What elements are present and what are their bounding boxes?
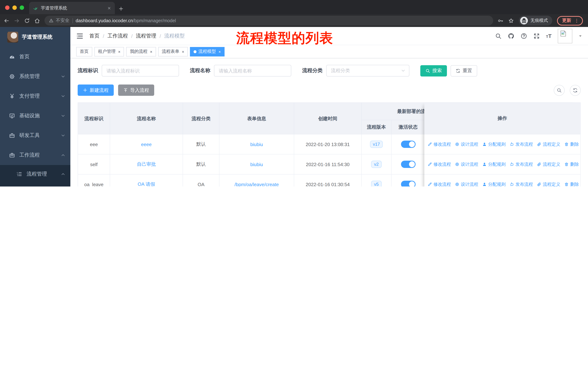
caret-down-icon[interactable] [578, 34, 582, 38]
refresh-table-button[interactable] [570, 85, 581, 96]
key-icon[interactable] [498, 18, 504, 23]
action-发布流程[interactable]: 发布流程 [510, 181, 533, 186]
minimize-window-button[interactable] [12, 5, 17, 10]
action-分配规则[interactable]: 分配规则 [482, 181, 506, 186]
reset-button[interactable]: 重置 [451, 65, 477, 76]
sidebar-item-流程管理[interactable]: 流程管理 [0, 165, 70, 183]
show-search-button[interactable] [554, 85, 565, 96]
version-badge[interactable]: v5 [371, 181, 381, 186]
thumb-icon [510, 142, 514, 146]
action-分配规则[interactable]: 分配规则 [482, 141, 506, 147]
active-toggle[interactable] [401, 161, 415, 168]
cell-process-name-link[interactable]: 自己审批 [137, 161, 156, 168]
action-流程定义[interactable]: 流程定义 [537, 181, 560, 186]
update-button[interactable]: 更新 [557, 16, 583, 25]
window-controls[interactable] [0, 5, 29, 14]
cell-form-info-link[interactable]: biubiu [250, 141, 263, 147]
breadcrumb-workflow[interactable]: 工作流程 [107, 33, 128, 39]
fullscreen-icon[interactable] [533, 33, 540, 39]
cell-form-info[interactable]: biubiu [220, 134, 294, 154]
action-流程定义[interactable]: 流程定义 [537, 161, 560, 167]
action-分配规则[interactable]: 分配规则 [482, 161, 506, 167]
bookmark-star-icon[interactable] [508, 18, 514, 23]
avatar[interactable] [558, 29, 572, 43]
fontsize-icon[interactable]: TT [546, 33, 552, 39]
tab-流程表单[interactable]: 流程表单× [158, 47, 188, 56]
action-修改流程[interactable]: 修改流程 [428, 161, 451, 167]
category-select[interactable]: 流程分类 [326, 65, 409, 77]
action-删除[interactable]: 删除 [564, 181, 579, 186]
action-设计流程[interactable]: 设计流程 [455, 161, 478, 167]
action-删除[interactable]: 删除 [564, 141, 579, 147]
cell-form-info-link[interactable]: biubiu [250, 161, 263, 167]
search-icon[interactable] [495, 33, 501, 39]
address-bar[interactable]: 不安全 dashboard.yudao.iocoder.cn/bpm/manag… [44, 16, 493, 26]
sidebar-item-研发工具[interactable]: 研发工具 [0, 126, 70, 145]
browser-menu-icon[interactable] [574, 18, 579, 23]
action-流程定义[interactable]: 流程定义 [537, 141, 560, 147]
cell-process-version[interactable]: v5 [362, 174, 391, 186]
action-label: 分配规则 [488, 141, 506, 147]
close-tag-icon[interactable]: × [118, 49, 120, 54]
home-icon[interactable] [34, 18, 40, 23]
sidebar-item-基础设施[interactable]: 基础设施 [0, 106, 70, 126]
search-button[interactable]: 搜索 [420, 65, 447, 76]
reload-icon[interactable] [24, 18, 30, 23]
cell-form-info[interactable]: /bpm/oa/leave/create [220, 174, 294, 186]
cell-process-version[interactable]: v17 [362, 134, 391, 154]
action-设计流程[interactable]: 设计流程 [455, 141, 478, 147]
action-发布流程[interactable]: 发布流程 [510, 161, 533, 167]
action-设计流程[interactable]: 设计流程 [455, 181, 478, 186]
url-host: dashboard.yudao.iocoder.cn [76, 18, 133, 23]
back-icon[interactable] [4, 18, 10, 23]
active-toggle[interactable] [401, 141, 415, 148]
close-window-button[interactable] [5, 5, 10, 10]
cell-form-info[interactable]: biubiu [220, 154, 294, 174]
cell-process-version[interactable]: v2 [362, 154, 391, 174]
gear-icon [455, 162, 459, 166]
sidebar-item-支付管理[interactable]: 支付管理 [0, 86, 70, 106]
collapse-sidebar-icon[interactable] [76, 32, 84, 40]
sidebar-item-流程表单[interactable]: 流程表单 [0, 183, 70, 186]
import-process-button[interactable]: 导入流程 [118, 84, 154, 96]
zoom-window-button[interactable] [20, 5, 24, 10]
action-删除[interactable]: 删除 [564, 161, 579, 167]
filter-category-label: 流程分类 [302, 67, 323, 74]
close-tag-icon[interactable]: × [150, 49, 152, 54]
action-发布流程[interactable]: 发布流程 [510, 141, 533, 147]
breadcrumb-home[interactable]: 首页 [89, 33, 100, 39]
sidebar-item-首页[interactable]: 首页 [0, 47, 70, 67]
tab-租户管理[interactable]: 租户管理× [94, 47, 124, 56]
tab-我的流程[interactable]: 我的流程× [126, 47, 156, 56]
cell-form-info-link[interactable]: /bpm/oa/leave/create [235, 181, 279, 186]
breadcrumb-process-mgmt[interactable]: 流程管理 [136, 33, 156, 39]
create-process-button[interactable]: 新建流程 [78, 84, 114, 96]
question-icon[interactable] [520, 33, 527, 39]
cell-process-name-link[interactable]: eeee [141, 141, 152, 147]
close-tag-icon[interactable]: × [219, 49, 221, 54]
github-icon[interactable] [508, 33, 514, 39]
action-修改流程[interactable]: 修改流程 [428, 181, 451, 186]
sidebar-logo[interactable]: 芋道管理系统 [0, 27, 70, 47]
cell-process-name[interactable]: OA 请假 [110, 174, 183, 186]
cell-process-name[interactable]: 自己审批 [110, 154, 183, 174]
active-toggle[interactable] [401, 181, 415, 186]
sidebar-item-工作流程[interactable]: 工作流程 [0, 145, 70, 165]
process-id-input[interactable] [102, 65, 179, 77]
browser-tab[interactable]: 芋道管理系统 [29, 2, 115, 14]
process-name-input[interactable] [214, 65, 291, 77]
version-badge[interactable]: v2 [371, 161, 381, 168]
sidebar-menu: 首页系统管理支付管理基础设施研发工具工作流程流程管理流程表单用户分组流程模型任务… [0, 47, 70, 186]
new-tab-button[interactable] [115, 6, 129, 14]
forward-icon[interactable] [14, 18, 20, 23]
close-tab-icon[interactable] [107, 6, 111, 10]
action-修改流程[interactable]: 修改流程 [428, 141, 451, 147]
cell-process-name[interactable]: eeee [110, 134, 183, 154]
cell-process-name-link[interactable]: OA 请假 [138, 181, 155, 186]
gear-icon [455, 182, 459, 186]
tab-首页[interactable]: 首页 [76, 47, 92, 56]
close-tag-icon[interactable]: × [182, 49, 184, 54]
tab-流程模型[interactable]: 流程模型× [190, 47, 225, 56]
version-badge[interactable]: v17 [370, 141, 383, 148]
sidebar-item-系统管理[interactable]: 系统管理 [0, 67, 70, 86]
